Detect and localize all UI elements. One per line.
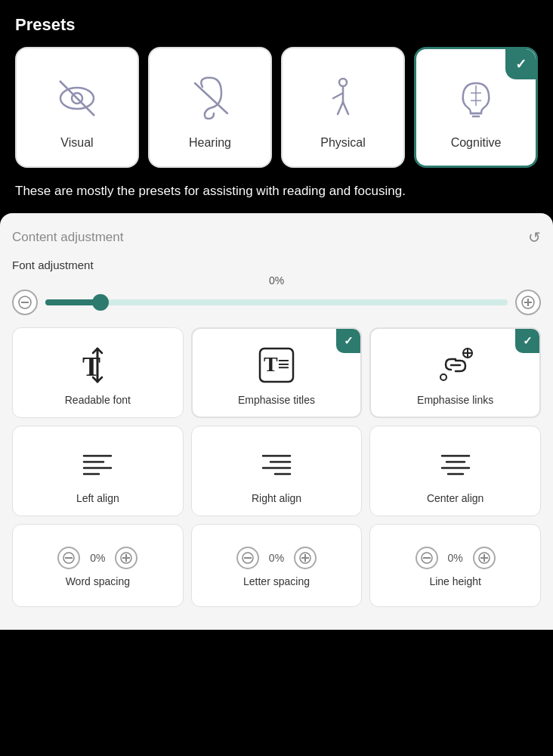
word-spacing-card: 0% Word spacing — [12, 524, 184, 607]
option-center-align[interactable]: Center align — [369, 426, 541, 516]
emphasise-links-label: Emphasise links — [417, 394, 493, 406]
content-section: Content adjustment ↺ Font adjustment 0% … — [0, 213, 553, 630]
preset-cognitive[interactable]: ✓ Cognitive — [414, 47, 538, 168]
svg-line-7 — [338, 102, 343, 114]
emphasise-links-icon — [433, 342, 478, 388]
svg-line-3 — [195, 83, 227, 113]
cognitive-label: Cognitive — [451, 136, 502, 150]
line-height-controls: 0% — [416, 547, 496, 569]
preset-hearing[interactable]: Hearing — [148, 47, 272, 168]
preset-visual[interactable]: Visual — [15, 47, 139, 168]
font-slider-track[interactable] — [45, 299, 508, 305]
letter-spacing-value: 0% — [265, 552, 288, 564]
word-spacing-controls: 0% — [57, 547, 137, 569]
font-adj-label: Font adjustment — [12, 259, 541, 271]
presets-grid: Visual Hearing — [15, 47, 538, 168]
line-height-card: 0% Line height — [369, 524, 541, 607]
letter-spacing-increase[interactable] — [294, 547, 317, 569]
line-height-increase[interactable] — [473, 547, 496, 569]
option-readable-font[interactable]: T Readable font — [12, 327, 184, 418]
svg-point-4 — [339, 79, 347, 86]
options-grid-2: Left align Right align — [12, 426, 541, 516]
letter-spacing-controls: 0% — [236, 547, 317, 569]
letter-spacing-label: Letter spacing — [243, 575, 310, 587]
font-decrease-btn[interactable] — [12, 290, 38, 315]
right-align-icon — [254, 441, 299, 486]
font-adjustment: Font adjustment 0% — [12, 259, 541, 315]
hearing-label: Hearing — [189, 136, 231, 150]
emphasise-titles-label: Emphasise titles — [238, 394, 315, 406]
cognitive-icon — [446, 68, 506, 129]
slider-thumb — [92, 294, 109, 311]
line-height-value: 0% — [444, 552, 467, 564]
content-header: Content adjustment ↺ — [12, 228, 541, 246]
physical-icon — [313, 68, 373, 129]
option-emphasise-titles[interactable]: ✓ T≡ Emphasise titles — [191, 327, 363, 418]
spacing-grid: 0% Word spacing 0% Letter spacing — [12, 524, 541, 607]
word-spacing-value: 0% — [86, 552, 109, 564]
emphasise-links-check: ✓ — [515, 329, 539, 353]
options-grid-1: T Readable font ✓ T≡ Emphasise titles ✓ — [12, 327, 541, 418]
svg-line-8 — [343, 102, 348, 114]
svg-line-6 — [333, 93, 343, 98]
line-height-label: Line height — [429, 575, 481, 587]
option-right-align[interactable]: Right align — [191, 426, 363, 516]
emphasise-titles-check: ✓ — [336, 329, 360, 353]
presets-title: Presets — [15, 15, 538, 35]
hearing-icon — [180, 68, 240, 129]
svg-point-27 — [440, 374, 446, 380]
option-left-align[interactable]: Left align — [12, 426, 184, 516]
letter-spacing-card: 0% Letter spacing — [191, 524, 363, 607]
content-title: Content adjustment — [12, 230, 123, 245]
readable-font-icon: T — [75, 342, 120, 388]
left-align-label: Left align — [76, 492, 119, 504]
svg-text:T≡: T≡ — [264, 352, 290, 376]
center-align-label: Center align — [427, 492, 484, 504]
line-height-decrease[interactable] — [416, 547, 438, 569]
word-spacing-increase[interactable] — [115, 547, 137, 569]
presets-section: Presets Visual Hearing — [0, 0, 553, 213]
center-align-icon — [433, 441, 478, 486]
svg-line-2 — [60, 81, 94, 116]
visual-icon — [47, 68, 107, 129]
presets-description: These are mostly the presets for assisti… — [15, 181, 538, 201]
option-emphasise-links[interactable]: ✓ Emphasise links — [369, 327, 541, 418]
reset-button[interactable]: ↺ — [528, 228, 541, 246]
readable-font-label: Readable font — [65, 394, 131, 406]
preset-physical[interactable]: Physical — [281, 47, 405, 168]
word-spacing-label: Word spacing — [66, 575, 130, 587]
slider-row — [12, 290, 541, 315]
emphasise-titles-icon: T≡ — [254, 342, 299, 388]
right-align-label: Right align — [252, 492, 301, 504]
left-align-icon — [75, 441, 120, 486]
physical-label: Physical — [320, 136, 366, 150]
cognitive-check: ✓ — [505, 49, 536, 79]
word-spacing-decrease[interactable] — [57, 547, 80, 569]
visual-label: Visual — [60, 136, 93, 150]
font-increase-btn[interactable] — [515, 290, 541, 315]
font-adj-percent: 0% — [12, 274, 541, 287]
letter-spacing-decrease[interactable] — [236, 547, 259, 569]
